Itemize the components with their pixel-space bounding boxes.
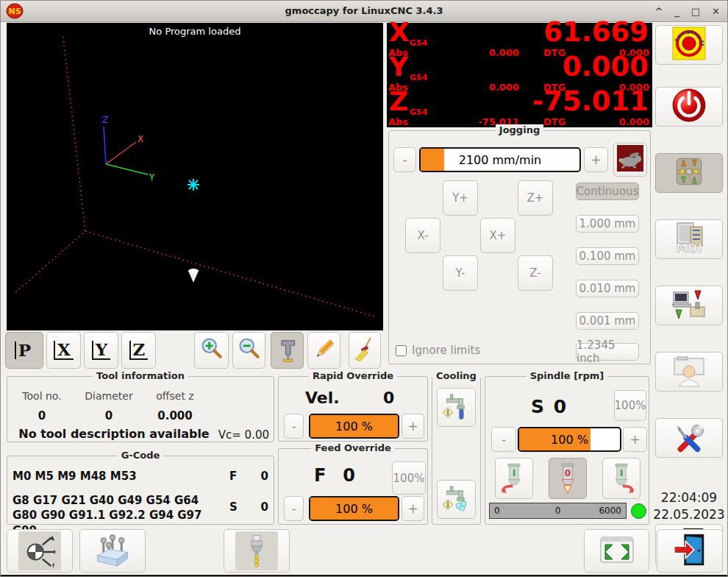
maximize-button[interactable]: □ [691,6,700,17]
jog-x-minus-button[interactable]: X- [405,218,440,253]
view-perspective-button[interactable]: P [5,332,43,369]
increment-01mm-button[interactable]: 0.100 mm [576,247,639,265]
diameter-header: Diameter [76,390,142,402]
spindle-ccw-icon: I [497,459,531,498]
spindle-override-slider[interactable]: 100 % [518,427,621,452]
ignore-limits-checkbox[interactable] [396,345,407,356]
z-axis-label: Z [102,115,108,125]
vel-value: 0 [383,389,394,407]
spindle-cw-button[interactable]: I [602,458,640,499]
jog-pad-icon [671,154,707,192]
view-x-button[interactable]: X [46,332,81,369]
jog-speed-minus-button[interactable]: - [393,147,416,172]
auto-mode-button[interactable] [655,286,723,325]
manual-mode-button[interactable] [655,153,723,193]
clock-date: 22.05.2023 [651,506,727,523]
mdi-mode-button[interactable]: MDI [655,219,723,259]
minimize-button[interactable]: _ [674,6,679,17]
increment-inch-button[interactable]: 1.2345 inch [576,343,639,361]
rapid-minus-button[interactable]: - [284,414,304,439]
fullscreen-button[interactable] [584,529,649,573]
s-value: 0 [261,500,268,514]
back-exit-button[interactable] [657,529,723,573]
jog-fast-toggle-button[interactable] [613,143,647,177]
emergency-stop-icon: Emergency-Stop [671,26,707,64]
zoom-out-button[interactable] [232,332,265,369]
increment-continuous-button[interactable]: Continuous [576,183,639,200]
user-settings-button[interactable] [655,352,723,392]
spindle-ccw-button[interactable]: I [495,458,533,499]
jog-x-plus-button[interactable]: X+ [480,218,515,253]
feed-override-value: 100 % [310,502,398,516]
spindle-override-value: 100 % [519,433,620,447]
jog-speed-value: 2100 mm/min [421,153,579,167]
close-button[interactable]: ✕ [712,6,720,17]
active-m-codes: M0 M5 M9 M48 M53 [13,470,137,483]
increment-0001mm-button[interactable]: 0.001 mm [576,312,639,330]
jog-speed-slider[interactable]: 2100 mm/min [419,147,581,172]
power-icon [671,87,707,127]
spindle-at-speed-led [631,503,646,519]
spindle-cw-icon: I [604,459,638,498]
dro-axis-letter: X [389,19,410,46]
f-label: F [229,470,237,483]
spindle-stop-button[interactable]: 0 [549,458,587,499]
zoom-in-button[interactable] [194,332,229,369]
fullscreen-icon [597,533,637,570]
feed-override-slider[interactable]: 100 % [309,496,399,521]
view-y-button[interactable]: Y [84,332,118,369]
increment-1mm-button[interactable]: 1.000 mm [576,215,639,233]
dro-panel[interactable]: X G54 61.669 Abs 0.000 DTG 0.000 Y G54 0… [387,23,652,127]
operator-icon [670,353,708,391]
z-view-letter: Z [129,341,149,360]
dro-row-z: Z G54 -75.011 Abs -75.011 DTG 0.000 [387,92,652,127]
rapid-override-slider[interactable]: 100 % [309,414,399,439]
jog-speed-plus-button[interactable]: + [584,147,608,172]
mist-coolant-button[interactable] [437,480,476,519]
spindle-title: Spindle [rpm] [527,370,608,381]
touch-off-button[interactable] [7,529,73,573]
edit-button[interactable] [307,332,340,369]
feed-plus-button[interactable]: + [402,496,424,521]
cooling-frame: Cooling [432,376,481,525]
tool-dimensions-button[interactable] [271,332,304,369]
tool-info-frame: Tool information Tool no. Diameter offse… [7,376,274,442]
rapid-override-frame: Rapid Override Vel. 0 - 100 % + [278,376,428,442]
flood-coolant-button[interactable] [437,388,476,427]
spindle-reset-button[interactable]: 100% [614,390,646,421]
machine-on-button[interactable] [655,87,723,127]
rapid-plus-button[interactable]: + [402,414,424,439]
mdi-icon: MDI [670,220,708,258]
mdi-text: MDI [676,241,702,255]
spindle-minus-button[interactable]: - [491,427,516,452]
preview-scene: Z X Y [7,23,383,330]
jog-y-plus-button[interactable]: Y+ [443,180,478,216]
settings-button[interactable] [655,418,723,458]
spindle-rpm-bar: 0 0 6000 [489,503,627,519]
clear-plot-button[interactable] [349,332,381,369]
jog-z-minus-button[interactable]: Z- [518,255,553,291]
f-value: 0 [261,470,268,483]
feed-reset-button[interactable]: 100% [392,461,426,495]
estop-button[interactable]: Emergency-Stop [655,25,723,65]
increment-001mm-button[interactable]: 0.010 mm [576,280,639,297]
feed-minus-button[interactable]: - [284,496,304,521]
diameter-value: 0 [76,409,142,422]
tools-icon [670,418,708,458]
tool-position-marker [188,179,199,191]
view-z-button[interactable]: Z [121,332,156,369]
x-view-letter: X [54,341,74,360]
jog-z-plus-button[interactable]: Z+ [518,180,553,216]
spindle-plus-button[interactable]: + [623,427,647,452]
cooling-title: Cooling [432,370,480,381]
s-label: S [229,500,238,514]
spindle-stop-icon: 0 [551,459,585,498]
gremlin-preview[interactable]: No Program loaded Z X Y [7,23,383,330]
tool-no-value: 0 [9,409,75,422]
dro-coord-system: G54 [410,107,427,117]
zero-offsets-icon [18,531,61,570]
jog-y-minus-button[interactable]: Y- [443,255,478,291]
shade-button[interactable]: ^ [654,6,663,17]
tool-change-button[interactable] [224,529,290,573]
block-height-button[interactable] [79,529,146,573]
